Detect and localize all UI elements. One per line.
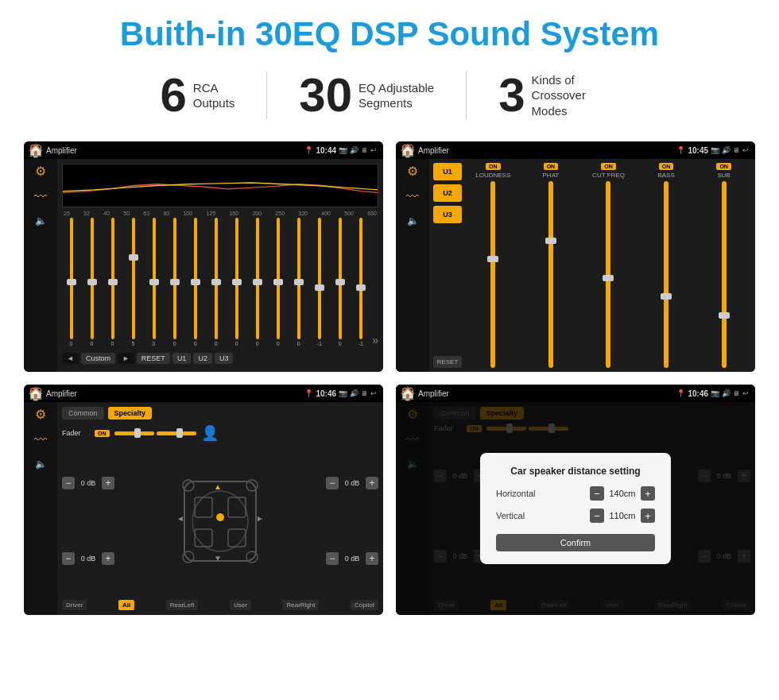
loudness-label: LOUDNESS [475,172,510,179]
vol-minus-rr[interactable]: − [326,552,339,565]
eq-reset-button[interactable]: RESET [137,353,170,364]
fader-tabs: Common Specialty [62,407,378,420]
eq-slider-12: 0 [289,218,308,346]
svg-text:▲: ▲ [214,482,222,491]
eq-slider-7: 0 [186,218,204,346]
horizontal-plus-button[interactable]: + [641,486,655,501]
sub-slider-thumb[interactable] [719,312,730,319]
loudness-slider-thumb[interactable] [487,256,498,262]
fader-status-bar: 🏠 Amplifier 📍 10:46 📷 🔊 🖥 ↩ [24,385,383,402]
amp2-u1-button[interactable]: U1 [433,163,462,180]
amp2-bass-channel: ON BASS [639,163,694,368]
vertical-value: 110cm [607,511,638,520]
amp2-wave-icon[interactable]: 〰 [406,190,419,204]
eq-slider-9: 0 [227,218,246,346]
vertical-minus-button[interactable]: − [590,509,604,523]
user-label[interactable]: User [230,600,251,610]
vol-minus-fr[interactable]: − [326,477,339,489]
stat-crossover: 3 Kinds ofCrossover Modes [467,72,650,119]
vol-value-rl: 0 dB [77,555,99,563]
vertical-plus-button[interactable]: + [641,509,655,523]
vol-minus-fl[interactable]: − [62,477,75,489]
vertical-controls: − 110cm + [590,509,655,523]
loudness-on-badge: ON [486,163,501,170]
horizontal-minus-button[interactable]: − [590,486,604,501]
vol-plus-rl[interactable]: + [102,552,114,565]
amp2-reset-button[interactable]: RESET [433,356,462,368]
svg-point-14 [246,551,258,563]
amp2-speaker-icon[interactable]: 🔈 [407,215,419,226]
rearright-label[interactable]: RearRight [282,600,319,610]
svg-rect-2 [195,497,212,517]
rearleft-label[interactable]: RearLeft [166,600,199,610]
fader-thumb[interactable] [134,428,141,438]
horizontal-controls: − 140cm + [590,486,655,501]
fader-main-area: Common Specialty Fader ON 👤 [57,402,383,615]
fader-on-badge: ON [95,430,110,437]
fader-volume-icon: 🔊 [350,389,358,397]
stat-crossover-number: 3 [498,72,525,119]
stat-crossover-text: Kinds ofCrossover Modes [532,72,619,119]
fader-location-icon: 📍 [304,389,313,397]
all-label[interactable]: All [118,600,134,610]
dialog-location-icon: 📍 [676,389,685,397]
screenshots-grid: 🏠 Amplifier 📍 10:44 📷 🔊 🖥 ↩ ⚙ 〰 🔈 [24,141,755,615]
driver-label[interactable]: Driver [62,600,87,610]
speaker-distance-dialog: Car speaker distance setting Horizontal … [480,453,671,564]
cutfreq-slider-thumb[interactable] [603,275,614,281]
copilot-label[interactable]: Copilot [351,600,378,610]
eq-prev-button[interactable]: ◄ [62,353,79,364]
eq-bottom-bar: ◄ Custom ► RESET U1 U2 U3 [62,350,378,367]
eq-slider-5: 0 [145,218,163,346]
vol-plus-rr[interactable]: + [366,552,378,565]
screen-icon: 🖥 [361,146,368,154]
eq-custom-button[interactable]: Custom [81,353,115,364]
vol-minus-rl[interactable]: − [62,552,75,565]
fader-speaker-icon[interactable]: 🔈 [35,458,47,470]
amp2-u3-button[interactable]: U3 [433,206,462,223]
fader-filter-icon[interactable]: ⚙ [35,407,46,422]
eq-next-button[interactable]: ► [118,353,134,364]
amp2-filter-icon[interactable]: ⚙ [407,164,418,179]
amp2-screen-card: 🏠 Amplifier 📍 10:45 📷 🔊 🖥 ↩ ⚙ 〰 🔈 [396,141,755,372]
eq-left-sidebar: ⚙ 〰 🔈 [24,159,57,372]
fader-wave-icon[interactable]: 〰 [34,433,47,447]
fader-bottom-labels: Driver All RearLeft User RearRight Copil… [62,600,378,610]
fader-thumb2[interactable] [176,428,183,438]
fader-left-vols: − 0 dB + − 0 dB + [62,445,114,597]
confirm-button[interactable]: Confirm [496,534,655,551]
eq-filter-icon[interactable]: ⚙ [35,164,46,179]
eq-arrow-right[interactable]: » [372,318,378,346]
phat-slider-thumb[interactable] [545,238,556,244]
amp2-u2-button[interactable]: U2 [433,184,462,202]
fader-person-icon[interactable]: 👤 [201,424,219,442]
svg-point-13 [183,551,194,563]
cutfreq-on-badge: ON [601,163,616,170]
eq-speaker-icon[interactable]: 🔈 [35,215,47,226]
fader-left-sidebar: ⚙ 〰 🔈 [24,402,57,615]
eq-wave-icon[interactable]: 〰 [34,190,47,204]
eq-u3-button[interactable]: U3 [215,353,234,364]
eq-graph [62,164,378,207]
eq-u1-button[interactable]: U1 [172,353,192,364]
eq-main-area: 253240506380100125160200250320400500630 … [57,159,383,372]
home-icon: 🏠 [30,145,41,156]
fader-specialty-tab[interactable]: Specialty [108,407,153,420]
eq-sliders-area: 0 0 0 5 [62,218,378,346]
stat-eq-number: 30 [299,72,352,119]
amp2-u-buttons: U1 U2 U3 RESET [433,163,462,368]
bass-slider-thumb[interactable] [661,293,672,300]
eq-slider-2: 0 [83,218,101,346]
vol-control-rr: − 0 dB + [326,552,378,565]
stat-rca: 6 RCAOutputs [128,72,267,119]
fader-common-tab[interactable]: Common [62,407,104,420]
amp2-volume-icon: 🔊 [722,146,731,154]
fader-screen-content: ⚙ 〰 🔈 Common Specialty Fader ON [24,402,383,615]
amp2-location-icon: 📍 [676,146,685,154]
eq-u2-button[interactable]: U2 [193,353,212,364]
vol-plus-fl[interactable]: + [102,477,114,489]
vol-plus-fr[interactable]: + [366,477,378,489]
amp2-channels: ON LOUDNESS ON PHAT [466,163,751,368]
eq-app-name: Amplifier [46,146,300,155]
svg-rect-3 [228,497,246,517]
